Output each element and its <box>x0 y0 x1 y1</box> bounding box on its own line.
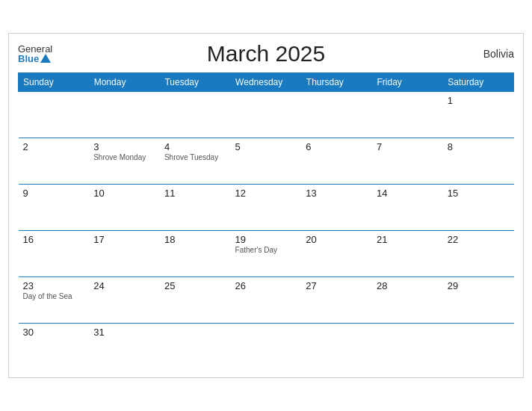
day-number: 20 <box>306 234 368 245</box>
day-number: 29 <box>448 280 510 291</box>
day-number: 31 <box>93 327 155 338</box>
holiday-label: Shrove Monday <box>93 153 155 161</box>
weekday-header-tuesday: Tuesday <box>160 73 231 92</box>
weekday-header-friday: Friday <box>372 73 443 92</box>
calendar-header: General Blue March 2025 Bolivia <box>18 41 514 67</box>
day-number: 8 <box>448 141 510 152</box>
calendar-cell: 12 <box>231 185 302 231</box>
day-number: 30 <box>23 327 85 338</box>
week-row-4: 16171819Father's Day202122 <box>19 231 514 277</box>
week-row-5: 23Day of the Sea242526272829 <box>19 277 514 324</box>
calendar-cell: 15 <box>443 185 514 231</box>
calendar-cell: 21 <box>372 231 443 277</box>
calendar-cell: 8 <box>443 138 514 185</box>
weekday-header-wednesday: Wednesday <box>231 73 302 92</box>
calendar-cell <box>443 324 514 370</box>
day-number: 17 <box>93 234 155 245</box>
calendar-cell: 26 <box>231 277 302 324</box>
day-number: 28 <box>377 280 439 291</box>
week-row-3: 9101112131415 <box>19 185 514 231</box>
calendar-cell: 29 <box>443 277 514 324</box>
calendar-cell: 18 <box>160 231 231 277</box>
calendar-cell: 6 <box>301 138 372 185</box>
calendar-cell <box>231 324 302 370</box>
logo-triangle-icon <box>40 54 51 63</box>
weekday-header-thursday: Thursday <box>301 73 372 92</box>
day-number: 7 <box>377 141 439 152</box>
logo: General Blue <box>18 44 52 64</box>
calendar-cell: 2 <box>19 138 90 185</box>
calendar-cell: 3Shrove Monday <box>89 138 160 185</box>
calendar-cell: 23Day of the Sea <box>19 277 90 324</box>
calendar-cell: 10 <box>89 185 160 231</box>
calendar-cell: 27 <box>301 277 372 324</box>
day-number: 26 <box>235 280 297 291</box>
week-row-1: 1 <box>19 92 514 138</box>
calendar-cell <box>301 324 372 370</box>
day-number: 24 <box>93 280 155 291</box>
day-number: 3 <box>93 141 155 152</box>
day-number: 12 <box>235 188 297 199</box>
day-number: 5 <box>235 141 297 152</box>
calendar-cell: 31 <box>89 324 160 370</box>
day-number: 13 <box>306 188 368 199</box>
calendar-cell: 7 <box>372 138 443 185</box>
calendar-cell: 5 <box>231 138 302 185</box>
day-number: 27 <box>306 280 368 291</box>
holiday-label: Shrove Tuesday <box>164 153 226 161</box>
logo-blue-text: Blue <box>18 54 52 64</box>
day-number: 25 <box>164 280 226 291</box>
day-number: 14 <box>377 188 439 199</box>
calendar-cell <box>160 92 231 138</box>
day-number: 6 <box>306 141 368 152</box>
calendar-cell: 9 <box>19 185 90 231</box>
calendar-cell: 30 <box>19 324 90 370</box>
day-number: 19 <box>235 234 297 245</box>
day-number: 1 <box>448 95 510 106</box>
calendar-cell: 25 <box>160 277 231 324</box>
weekday-header-row: SundayMondayTuesdayWednesdayThursdayFrid… <box>19 73 514 92</box>
calendar-cell <box>372 92 443 138</box>
calendar-cell <box>301 92 372 138</box>
calendar-cell: 4Shrove Tuesday <box>160 138 231 185</box>
calendar-title: March 2025 <box>207 41 325 67</box>
calendar-cell: 14 <box>372 185 443 231</box>
calendar-cell: 22 <box>443 231 514 277</box>
calendar-cell <box>160 324 231 370</box>
day-number: 16 <box>23 234 85 245</box>
calendar-cell <box>89 92 160 138</box>
day-number: 22 <box>448 234 510 245</box>
day-number: 15 <box>448 188 510 199</box>
day-number: 10 <box>93 188 155 199</box>
country-label: Bolivia <box>483 48 514 60</box>
week-row-2: 23Shrove Monday4Shrove Tuesday5678 <box>19 138 514 185</box>
week-row-6: 3031 <box>19 324 514 370</box>
calendar-cell: 20 <box>301 231 372 277</box>
calendar-cell: 28 <box>372 277 443 324</box>
holiday-label: Day of the Sea <box>23 292 85 300</box>
day-number: 9 <box>23 188 85 199</box>
calendar-table: SundayMondayTuesdayWednesdayThursdayFrid… <box>18 72 514 370</box>
calendar-cell: 1 <box>443 92 514 138</box>
weekday-header-monday: Monday <box>89 73 160 92</box>
weekday-header-sunday: Sunday <box>19 73 90 92</box>
day-number: 11 <box>164 188 226 199</box>
calendar-cell: 16 <box>19 231 90 277</box>
calendar-cell: 24 <box>89 277 160 324</box>
day-number: 23 <box>23 280 85 291</box>
calendar-cell <box>372 324 443 370</box>
calendar-cell <box>231 92 302 138</box>
calendar-cell: 19Father's Day <box>231 231 302 277</box>
day-number: 4 <box>164 141 226 152</box>
holiday-label: Father's Day <box>235 246 297 254</box>
day-number: 21 <box>377 234 439 245</box>
weekday-header-saturday: Saturday <box>443 73 514 92</box>
day-number: 18 <box>164 234 226 245</box>
calendar-cell: 11 <box>160 185 231 231</box>
calendar-cell: 13 <box>301 185 372 231</box>
calendar-container: General Blue March 2025 Bolivia SundayMo… <box>8 33 524 378</box>
day-number: 2 <box>23 141 85 152</box>
calendar-cell <box>19 92 90 138</box>
calendar-cell: 17 <box>89 231 160 277</box>
